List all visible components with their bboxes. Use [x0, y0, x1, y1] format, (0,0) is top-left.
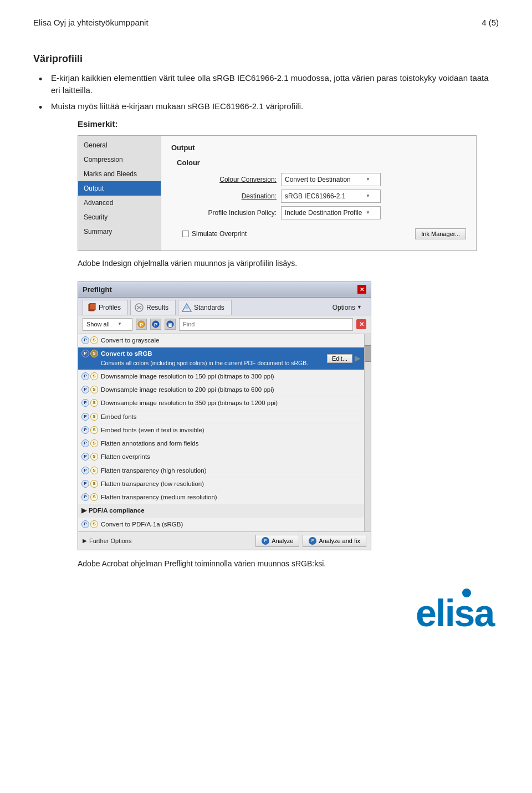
- list-item-flatten-transparency-low[interactable]: P S Flatten transparency (low resolution…: [78, 478, 364, 491]
- options-chevron-icon: ▼: [357, 304, 362, 311]
- preflight-close-button[interactable]: ✕: [357, 285, 366, 294]
- profile-icon: P: [81, 413, 89, 421]
- scrollbar[interactable]: [364, 334, 371, 531]
- list-item-flatten-transparency-medium[interactable]: P S Flatten transparency (medium resolut…: [78, 491, 364, 504]
- analyze-fix-icon: P: [309, 537, 316, 545]
- further-options-label: Further Options: [89, 536, 131, 546]
- id-sidebar-advanced[interactable]: Advanced: [78, 196, 161, 210]
- id-sidebar-compression[interactable]: Compression: [78, 152, 161, 167]
- toolbar-icon-2[interactable]: P: [150, 319, 161, 330]
- settings-icon: S: [90, 439, 98, 447]
- settings-icon: S: [90, 426, 98, 434]
- toolbar-icon-1[interactable]: P: [136, 319, 147, 330]
- profile-icon: P: [81, 426, 89, 434]
- item-title: Convert to PDF/A-1a (sRGB): [101, 521, 183, 528]
- settings-icon: S: [90, 372, 98, 380]
- item-title: Downsample image resolution to 150 ppi (…: [101, 373, 274, 380]
- id-colour-conversion-dropdown[interactable]: Convert to Destination: [281, 173, 381, 186]
- bullet-list: E-kirjan kaikkien elementtien värit tule…: [39, 72, 499, 113]
- svg-marker-1: [90, 303, 95, 310]
- item-icons: P S: [81, 336, 98, 344]
- svg-text:elisa: elisa: [416, 592, 495, 634]
- item-title: Flatten annotations and form fields: [101, 440, 198, 447]
- item-desc-srgb: Converts all colors (including spot colo…: [101, 359, 323, 368]
- analyze-button[interactable]: P Analyze: [255, 535, 299, 547]
- list-item-flatten-transparency-high[interactable]: P S Flatten transparency (high resolutio…: [78, 464, 364, 478]
- category-arrow-icon: ▶: [81, 506, 86, 515]
- showall-dropdown[interactable]: Show all: [83, 318, 132, 331]
- svg-text:📋: 📋: [167, 322, 173, 328]
- id-sidebar-summary[interactable]: Summary: [78, 224, 161, 239]
- svg-point-4: [185, 306, 188, 309]
- preflight-toolbar: Show all P P 📋 ✕: [78, 315, 371, 334]
- item-title: Downsample image resolution to 200 ppi (…: [101, 386, 274, 393]
- find-input-wrapper: [179, 318, 353, 331]
- find-input[interactable]: [183, 321, 342, 328]
- results-icon: [134, 303, 144, 312]
- id-colour-conversion-label: Colour Conversion:: [177, 175, 277, 185]
- profile-icon: P: [81, 439, 89, 447]
- analyze-icon: P: [262, 537, 269, 545]
- id-simulate-overprint-row: Simulate Overprint: [182, 229, 247, 239]
- list-item-flatten-annotations[interactable]: P S Flatten annotations and form fields: [78, 437, 364, 451]
- item-content: Convert to grayscale: [101, 336, 361, 345]
- item-title: Downsample image resolution to 350 ppi (…: [101, 400, 278, 406]
- profile-icon: P: [81, 480, 89, 488]
- id-sidebar-output[interactable]: Output: [78, 181, 161, 196]
- id-sidebar-general[interactable]: General: [78, 138, 161, 152]
- category-label: PDF/A compliance: [89, 506, 145, 515]
- item-content: Convert to sRGB Converts all colors (inc…: [101, 349, 323, 368]
- id-profile-dropdown[interactable]: Include Destination Profile: [281, 206, 381, 219]
- preflight-footer: ▶ Further Options P Analyze P Analyze an…: [78, 531, 371, 550]
- profile-icon: P: [81, 372, 89, 380]
- id-sidebar: General Compression Marks and Bleeds Out…: [78, 136, 161, 250]
- tab-standards[interactable]: Standards: [178, 300, 232, 315]
- analyze-fix-button[interactable]: P Analyze and fix: [303, 535, 366, 547]
- profile-icon: P: [81, 386, 89, 393]
- find-clear-button[interactable]: ✕: [356, 319, 366, 329]
- edit-button[interactable]: Edit...: [327, 354, 352, 363]
- tab-profiles[interactable]: Profiles: [83, 300, 128, 315]
- list-item-downsample-200[interactable]: P S Downsample image resolution to 200 p…: [78, 383, 364, 397]
- settings-icon: S: [90, 493, 98, 501]
- svg-text:P: P: [140, 322, 143, 328]
- page-number: 4 (5): [482, 17, 499, 29]
- settings-icon: S: [90, 480, 98, 488]
- item-title: Flatten transparency (high resolution): [101, 467, 207, 474]
- preflight-list-wrap: P S Convert to grayscale P S Convert to …: [78, 334, 371, 531]
- caption1: Adobe Indesign ohjelmalla värien muunnos…: [78, 258, 499, 269]
- example-label: Esimerkit:: [78, 118, 499, 131]
- id-ink-manager-button[interactable]: Ink Manager...: [415, 228, 466, 239]
- list-item-downsample-350[interactable]: P S Downsample image resolution to 350 p…: [78, 397, 364, 410]
- settings-icon: S: [90, 336, 98, 344]
- list-item-srgb[interactable]: P S Convert to sRGB Converts all colors …: [78, 347, 364, 370]
- id-profile-row: Profile Inclusion Policy: Include Destin…: [177, 206, 466, 219]
- id-sidebar-security[interactable]: Security: [78, 210, 161, 224]
- id-output-title: Output: [171, 142, 466, 154]
- list-item-pdfa[interactable]: P S Convert to PDF/A-1a (sRGB): [78, 518, 364, 531]
- page-header: Elisa Oyj ja yhteistyökumppanit 4 (5): [33, 17, 499, 29]
- id-destination-dropdown[interactable]: sRGB IEC61966-2.1: [281, 190, 381, 203]
- preflight-tabs: Profiles Results Standards Options ▼: [78, 298, 371, 315]
- further-options[interactable]: ▶ Further Options: [83, 536, 131, 546]
- caption2: Adobe Acrobat ohjelman Preflight toiminn…: [78, 558, 499, 570]
- list-item-embed-fonts[interactable]: P S Embed fonts: [78, 411, 364, 424]
- list-item-downsample-150[interactable]: P S Downsample image resolution to 150 p…: [78, 370, 364, 383]
- preflight-dialog: Preflight ✕ Profiles Results Standards: [78, 282, 371, 550]
- list-item-grayscale[interactable]: P S Convert to grayscale: [78, 334, 364, 347]
- tab-results[interactable]: Results: [130, 300, 176, 315]
- item-title-srgb: Convert to sRGB: [101, 350, 152, 357]
- preflight-titlebar: Preflight ✕: [78, 282, 371, 298]
- preflight-options[interactable]: Options ▼: [328, 300, 366, 315]
- list-item-embed-fonts-invisible[interactable]: P S Embed fonts (even if text is invisib…: [78, 424, 364, 437]
- id-sidebar-marks[interactable]: Marks and Bleeds: [78, 167, 161, 181]
- toolbar-icon-3[interactable]: 📋: [165, 319, 176, 330]
- item-title: Flatten transparency (low resolution): [101, 480, 204, 487]
- id-content: Output Colour Colour Conversion: Convert…: [161, 136, 476, 250]
- item-title: Flatten overprints: [101, 453, 150, 460]
- list-item-flatten-overprints[interactable]: P S Flatten overprints: [78, 451, 364, 464]
- id-simulate-overprint-checkbox[interactable]: [182, 231, 189, 237]
- scrollbar-thumb[interactable]: [365, 345, 371, 362]
- id-destination-row: Destination: sRGB IEC61966-2.1: [177, 190, 466, 203]
- preflight-title: Preflight: [83, 284, 112, 295]
